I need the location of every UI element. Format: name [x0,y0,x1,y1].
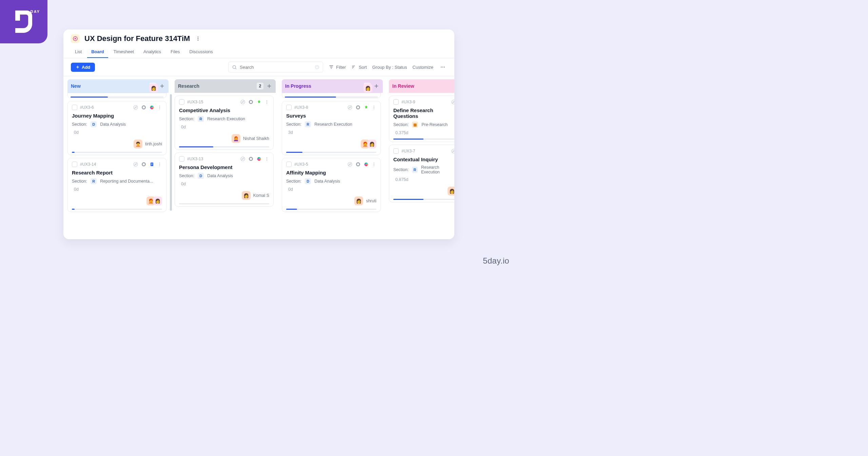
filter-icon [329,64,334,70]
column-review: In Review #UX3-9 Define Research Questio… [389,79,454,239]
task-duration: 0d [72,130,162,135]
column-add-icon[interactable] [266,83,272,89]
tab-analytics[interactable]: Analytics [139,46,165,58]
task-title: Competitive Analysis [179,107,269,113]
tab-files[interactable]: Files [166,46,184,58]
task-progress [286,209,376,210]
section-name: Data Analysis [314,179,340,184]
task-footer: 🧑‍🦰👩 [72,194,162,205]
task-card[interactable]: #UX3-15 Competitive Analysis Section:RRe… [175,96,274,150]
page-header: UX Design for Feature 314TiM [63,29,454,46]
board: New7 🧑‍🦰👩 #UX3-6 Journey Mapping Section… [63,75,454,239]
task-menu-icon[interactable] [157,162,162,167]
task-section: Section:RResearch Execution [393,165,454,174]
task-card[interactable]: #UX3-8 Surveys Section:RResearch Executi… [282,101,381,155]
assignee-name: tirth.joshi [145,142,162,146]
task-id: #UX3-14 [80,162,130,167]
task-footer: 👩 [393,185,454,195]
column-header: In Review [389,79,454,93]
brand-logo: DAY [0,0,47,43]
tab-timesheet[interactable]: Timesheet [110,46,138,58]
section-badge: D [305,178,311,184]
task-duration: 3d [286,130,376,135]
task-card[interactable]: #UX3-14 Research Report Section:RReporti… [67,158,166,212]
eye-icon [347,162,353,167]
column-research: Research2 #UX3-15 Competitive Analysis S… [175,79,276,239]
task-id: #UX3-5 [294,162,344,167]
card-peek[interactable]: 🧑‍🦰👩 [282,93,381,98]
toolbar-more-icon[interactable] [439,64,447,70]
task-checkbox[interactable] [393,148,399,154]
task-card[interactable]: #UX3-6 Journey Mapping Section:DData Ana… [67,101,166,155]
svg-point-9 [444,67,445,67]
filter-button[interactable]: Filter [329,64,346,70]
circle-icon [248,156,254,162]
column-title: In Progress [285,83,361,89]
tab-board[interactable]: Board [87,46,108,58]
task-card[interactable]: #UX3-5 Affinity Mapping Section:DData An… [282,158,381,212]
task-progress [179,203,269,204]
column-scroll[interactable]: 🧑‍🦰👩 #UX3-8 Surveys Section:RResearch Ex… [282,93,383,212]
tab-list[interactable]: List [71,46,86,58]
column-new: New7 🧑‍🦰👩 #UX3-6 Journey Mapping Section… [67,79,169,239]
task-footer: 👩Komal S [179,189,269,200]
avatar: 🧑‍🦱 [134,140,142,148]
section-name: Pre-Research [421,122,448,127]
task-progress [286,152,376,153]
sort-button[interactable]: Sort [351,64,367,70]
task-checkbox[interactable] [72,162,77,167]
section-badge: R [91,178,97,184]
column-add-icon[interactable] [453,83,454,89]
column-scroll[interactable]: #UX3-9 Define Research Questions Section… [389,93,454,202]
tab-discussions[interactable]: Discussions [185,46,217,58]
task-id: #UX3-7 [401,149,448,153]
task-progress [72,152,162,153]
customize-button[interactable]: Customize [413,65,433,70]
search-box[interactable] [228,62,323,72]
task-card[interactable]: #UX3-13 Persona Development Section:DDat… [175,152,274,207]
task-menu-icon[interactable] [264,100,269,104]
card-peek[interactable]: 🧑‍🦰👩 [67,93,166,98]
svg-point-7 [441,67,441,67]
search-input[interactable] [240,65,312,70]
task-checkbox[interactable] [393,99,399,105]
column-title: In Review [392,83,451,89]
task-card[interactable]: #UX3-9 Define Research Questions Section… [389,96,454,142]
eye-icon [240,156,245,162]
assignee-name: shruti [366,199,376,203]
task-section: Section:DData Analysis [72,121,162,127]
column-add-icon[interactable] [159,83,165,89]
wheel-icon [256,156,262,162]
task-checkbox[interactable] [286,105,292,110]
add-button-label: Add [82,65,90,70]
column-add-icon[interactable] [373,83,379,89]
column-scroll[interactable]: #UX3-15 Competitive Analysis Section:RRe… [175,93,276,207]
task-card[interactable]: #UX3-7 Contextual Inquiry Section:RResea… [389,145,454,202]
task-section: Section:DData Analysis [179,173,269,179]
task-menu-icon[interactable] [264,157,269,161]
task-menu-icon[interactable] [157,105,162,110]
app-panel: UX Design for Feature 314TiM List Board … [63,29,454,239]
task-checkbox[interactable] [179,99,184,105]
toolbar: Add Filter Sort Group By : Status Custom… [63,58,454,76]
task-id: #UX3-13 [187,157,237,161]
circle-icon [141,105,146,110]
task-footer: 🧑‍🦰👩 [286,138,376,148]
avatar: 👩 [448,187,454,195]
task-duration: 0d [72,187,162,192]
column-scroll[interactable]: 🧑‍🦰👩 #UX3-6 Journey Mapping Section:DDat… [67,93,169,212]
task-section: Section:▦Pre-Research [393,122,454,128]
task-checkbox[interactable] [179,156,184,162]
scrollbar[interactable] [170,94,172,211]
task-checkbox[interactable] [72,105,77,110]
page-menu-icon[interactable] [195,35,201,42]
task-title: Affinity Mapping [286,170,376,175]
task-menu-icon[interactable] [372,162,376,167]
section-badge: R [305,121,311,127]
avatar: 👩 [363,84,372,92]
task-checkbox[interactable] [286,162,292,167]
section-name: Reporting and Documenta... [100,179,153,184]
group-by-button[interactable]: Group By : Status [372,65,407,70]
add-button[interactable]: Add [71,63,95,72]
task-menu-icon[interactable] [372,105,376,110]
